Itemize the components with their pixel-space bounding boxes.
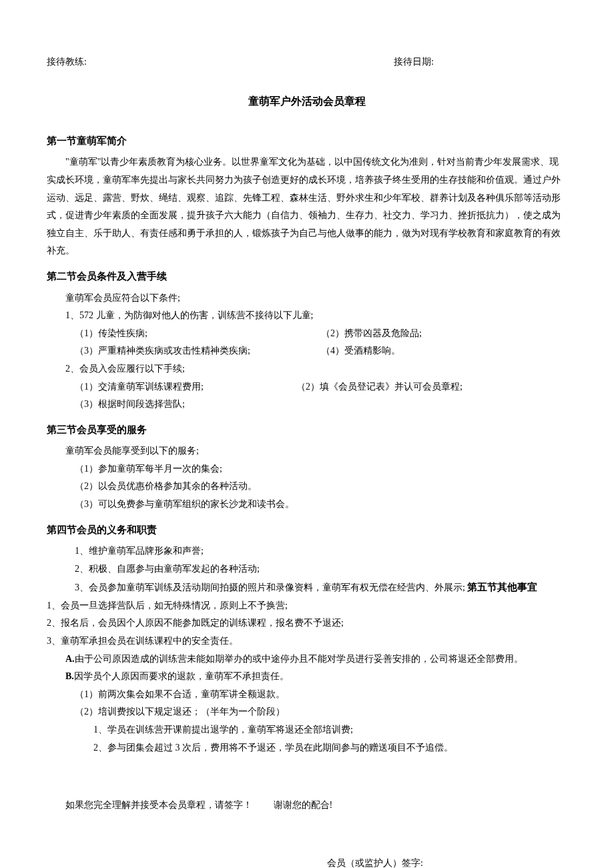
date-label: 接待日期: <box>394 53 567 71</box>
section2-row2: （3）严重精神类疾病或攻击性精神类疾病; （4）受酒精影响。 <box>47 342 567 360</box>
section5-subB1: （1）前两次集会如果不合适，童萌军讲全额退款。 <box>47 686 567 704</box>
signature-line: 会员（或监护人）签字: <box>47 855 567 868</box>
bold-B: B. <box>65 671 74 681</box>
section5-item1: 1、会员一旦选择营队后，如无特殊情况，原则上不予换营; <box>47 597 567 615</box>
section2-sub2b: （2）填《会员登记表》并认可会员章程; <box>296 378 567 396</box>
section3-sub2: （2）以会员优惠价格参加其余的各种活动。 <box>47 478 567 496</box>
section5-itemA: A.由于公司原因造成的训练营未能如期举办的或中途停办且不能对学员进行妥善安排的，… <box>47 650 567 669</box>
section5-itemA-text: 由于公司原因造成的训练营未能如期举办的或中途停办且不能对学员进行妥善安排的，公司… <box>75 654 523 664</box>
section2-intro: 童萌军会员应符合以下条件; <box>47 290 567 308</box>
section1-heading: 第一节童萌军简介 <box>47 131 567 151</box>
section4-heading: 第四节会员的义务和职责 <box>47 520 567 540</box>
section2-row3: （1）交清童萌军训练课程费用; （2）填《会员登记表》并认可会员章程; <box>47 378 567 396</box>
section3-intro: 童萌军会员能享受到以下的服务; <box>47 442 567 460</box>
section5-item3: 3、童萌军承担会员在训练课程中的安全责任。 <box>47 632 567 650</box>
section5-subB2-2: 2、参与团集会超过 3 次后，费用将不予退还，学员在此期间参与的赠送项目不予追偿… <box>47 739 567 757</box>
section3-sub3: （3）可以免费参与童萌军组织的家长沙龙和读书会。 <box>47 496 567 514</box>
section5-itemB: B.因学员个人原因而要求的退款，童萌军不承担责任。 <box>47 668 567 686</box>
section3-sub1: （1）参加童萌军每半月一次的集会; <box>47 460 567 478</box>
section4-item2: 2、积极、自愿参与由童萌军发起的各种活动; <box>47 560 567 578</box>
section4-item1: 1、维护童萌军品牌形象和声誉; <box>47 542 567 560</box>
section5-heading-inline: 第五节其他事宜 <box>467 582 537 592</box>
header-row: 接待教练: 接待日期: <box>47 53 567 71</box>
section2-heading: 第二节会员条件及入营手续 <box>47 267 567 286</box>
section5-subB2: （2）培训费按以下规定退还；（半年为一个阶段） <box>47 703 567 721</box>
section2-item1: 1、572 儿童，为防御对他人的伤害，训练营不接待以下儿童; <box>47 307 567 325</box>
bold-A: A. <box>65 654 75 664</box>
section4-item3-line: 3、会员参加童萌军训练及活动期间拍摄的照片和录像资料，童萌军有权无偿在经营内、外… <box>47 578 567 597</box>
section2-row1: （1）传染性疾病; （2）携带凶器及危险品; <box>47 325 567 343</box>
section2-sub2c: （3）根据时间段选择营队; <box>47 396 567 414</box>
section2-sub2a: （1）交清童萌军训练课程费用; <box>75 378 296 396</box>
closing-right: 谢谢您的配合! <box>274 800 333 810</box>
section2-item2: 2、会员入会应履行以下手续; <box>47 360 567 378</box>
section5-itemB-text: 因学员个人原因而要求的退款，童萌军不承担责任。 <box>74 671 289 681</box>
section2-sub1a: （1）传染性疾病; <box>75 325 321 343</box>
section4-item3: 3、会员参加童萌军训练及活动期间拍摄的照片和录像资料，童萌军有权无偿在经营内、外… <box>75 582 465 592</box>
section5-subB2-1: 1、学员在训练营开课前提出退学的，童萌军将退还全部培训费; <box>47 721 567 739</box>
section1-body: "童萌军"以青少年素质教育为核心业务。以世界童军文化为基础，以中国传统文化为准则… <box>47 153 567 260</box>
section2-sub1b: （2）携带凶器及危险品; <box>321 325 567 343</box>
coach-label: 接待教练: <box>47 53 87 71</box>
closing-line: 如果您完全理解并接受本会员章程，请签字！ 谢谢您的配合! <box>47 797 567 815</box>
section2-sub1c: （3）严重精神类疾病或攻击性精神类疾病; <box>75 342 321 360</box>
page-title: 童萌军户外活动会员章程 <box>47 91 567 111</box>
closing-left: 如果您完全理解并接受本会员章程，请签字！ <box>65 800 252 810</box>
section5-item2: 2、报名后，会员因个人原因不能参加既定的训练课程，报名费不予退还; <box>47 614 567 632</box>
section2-sub1d: （4）受酒精影响。 <box>321 342 567 360</box>
section3-heading: 第三节会员享受的服务 <box>47 420 567 440</box>
